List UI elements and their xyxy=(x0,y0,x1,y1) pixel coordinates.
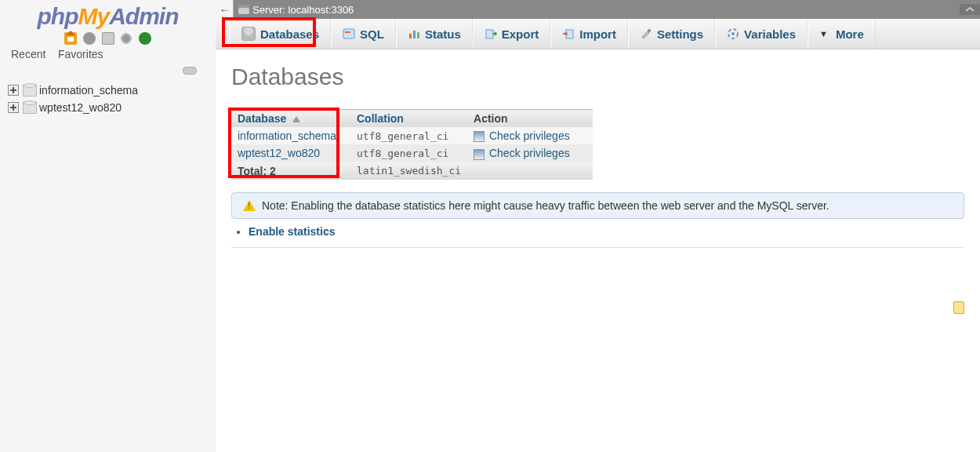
main-tabs: Databases SQL Status Export Import xyxy=(216,19,980,49)
settings-icon xyxy=(640,27,652,40)
tab-label: Settings xyxy=(657,27,703,41)
db-link[interactable]: information_schema xyxy=(231,127,350,144)
table-row: wptest12_wo820 utf8_general_ci Check pri… xyxy=(231,144,593,162)
tree-node[interactable]: wptest12_wo820 xyxy=(8,99,216,116)
th-collation[interactable]: Collation xyxy=(350,110,467,128)
databases-table: Database Collation Action information_sc… xyxy=(231,109,593,180)
sql-icon xyxy=(343,27,355,40)
tab-label: More xyxy=(836,27,864,41)
db-collation: utf8_general_ci xyxy=(350,144,467,162)
sort-asc-icon xyxy=(292,116,300,122)
th-action: Action xyxy=(467,110,593,128)
total-collation: latin1_swedish_ci xyxy=(350,162,467,180)
tab-label: Status xyxy=(425,27,461,41)
note-text: Note: Enabling the database statistics h… xyxy=(262,199,829,212)
database-icon xyxy=(23,101,37,114)
main: ← Server: localhost:3306 Databases SQL S… xyxy=(216,0,980,452)
expand-icon[interactable] xyxy=(8,102,19,113)
db-collation: utf8_general_ci xyxy=(350,127,467,144)
reload-icon[interactable] xyxy=(139,32,151,45)
svg-point-7 xyxy=(648,29,651,32)
svg-rect-1 xyxy=(345,31,350,33)
database-tree: information_schema wptest12_wo820 xyxy=(0,82,216,116)
th-label: Database xyxy=(238,112,286,125)
database-icon xyxy=(23,84,37,97)
collapse-topbar-icon[interactable] xyxy=(960,4,980,15)
svg-rect-2 xyxy=(409,34,412,38)
note-box: Note: Enabling the database statistics h… xyxy=(231,192,964,219)
tab-settings[interactable]: Settings xyxy=(628,19,715,49)
tab-databases[interactable]: Databases xyxy=(230,19,331,49)
logo[interactable]: phpMyAdmin xyxy=(0,0,216,30)
warning-icon xyxy=(243,200,256,211)
svg-rect-4 xyxy=(417,32,419,38)
sidebar-tab-recent[interactable]: Recent xyxy=(6,46,50,62)
sidebar: phpMyAdmin Recent Favorites information_… xyxy=(0,0,216,452)
sidebar-tab-favorites[interactable]: Favorites xyxy=(53,46,108,62)
th-label: Collation xyxy=(357,112,404,125)
tree-node-label: information_schema xyxy=(39,84,138,97)
chevron-down-icon: ▼ xyxy=(819,29,828,38)
check-privileges-link[interactable]: Check privileges xyxy=(489,147,570,159)
database-icon xyxy=(241,27,256,41)
th-label: Action xyxy=(474,112,508,125)
tab-import[interactable]: Import xyxy=(550,19,628,49)
collapse-nav-icon[interactable] xyxy=(183,67,197,75)
page-settings-icon[interactable] xyxy=(953,301,964,314)
svg-rect-0 xyxy=(343,29,354,38)
back-button[interactable]: ← xyxy=(216,0,234,19)
table-total-row: Total: 2 latin1_swedish_ci xyxy=(231,162,593,180)
server-label[interactable]: Server: localhost:3306 xyxy=(252,4,354,16)
breadcrumb: ← Server: localhost:3306 xyxy=(216,0,980,19)
page-title: Databases xyxy=(231,64,964,90)
tab-label: Export xyxy=(502,27,539,41)
docs-icon[interactable] xyxy=(102,32,114,45)
svg-rect-5 xyxy=(486,30,493,38)
tree-node[interactable]: information_schema xyxy=(8,82,216,99)
expand-icon[interactable] xyxy=(8,85,19,96)
tab-label: Databases xyxy=(260,27,319,41)
tab-label: Variables xyxy=(744,27,796,41)
th-database[interactable]: Database xyxy=(231,110,350,128)
variables-icon xyxy=(727,27,739,40)
tab-variables[interactable]: Variables xyxy=(715,19,808,49)
divider xyxy=(231,247,964,248)
logout-icon[interactable] xyxy=(83,32,96,45)
table-row: information_schema utf8_general_ci Check… xyxy=(231,127,593,144)
privileges-icon xyxy=(474,131,485,142)
status-icon xyxy=(408,27,420,40)
home-icon[interactable] xyxy=(64,32,77,45)
tab-label: SQL xyxy=(360,27,384,41)
db-link[interactable]: wptest12_wo820 xyxy=(231,144,350,162)
privileges-icon xyxy=(474,149,485,160)
check-privileges-link[interactable]: Check privileges xyxy=(489,129,570,142)
tab-status[interactable]: Status xyxy=(396,19,473,49)
total-label: Total: 2 xyxy=(231,162,350,180)
server-icon xyxy=(238,5,249,14)
svg-point-9 xyxy=(731,32,735,35)
tab-more[interactable]: ▼ More xyxy=(808,19,876,49)
tab-label: Import xyxy=(579,27,616,41)
tab-export[interactable]: Export xyxy=(473,19,551,49)
tree-node-label: wptest12_wo820 xyxy=(39,101,122,114)
import-icon xyxy=(562,27,575,40)
tab-sql[interactable]: SQL xyxy=(331,19,396,49)
export-icon xyxy=(485,27,497,40)
enable-statistics-link[interactable]: Enable statistics xyxy=(249,225,964,238)
nav-settings-icon[interactable] xyxy=(120,32,132,45)
svg-rect-3 xyxy=(413,31,416,38)
